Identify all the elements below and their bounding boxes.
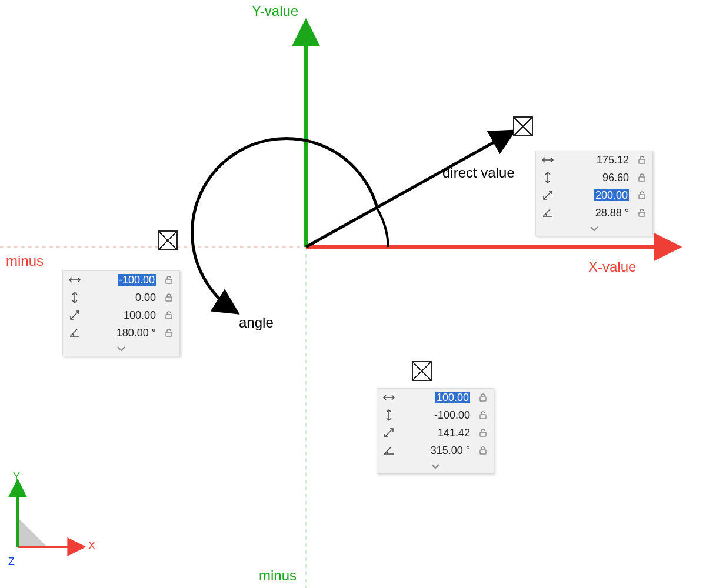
panel-row-angle[interactable]: 315.00 °: [377, 442, 494, 459]
svg-rect-13: [639, 159, 645, 163]
svg-rect-11: [166, 332, 172, 336]
panel-row-length[interactable]: 200.00: [536, 186, 652, 204]
chevron-down-icon: [116, 345, 126, 352]
panel-expand[interactable]: [377, 459, 494, 473]
svg-rect-17: [639, 195, 645, 199]
minus-x-label: minus: [6, 253, 44, 269]
lock-open-icon[interactable]: [476, 428, 490, 437]
lock-open-icon[interactable]: [162, 275, 176, 285]
panel-row-x[interactable]: 175.12: [536, 151, 652, 169]
svg-rect-4: [166, 279, 172, 283]
svg-rect-26: [480, 432, 486, 436]
panel-left-y[interactable]: 0.00: [83, 292, 162, 304]
panel-row-y[interactable]: 0.00: [63, 289, 179, 306]
diagonal-arrow-icon: [381, 427, 397, 439]
panel-row-length[interactable]: 100.00: [63, 306, 179, 324]
lock-open-icon[interactable]: [476, 410, 490, 420]
panel-right-angle[interactable]: 28.88 °: [556, 207, 635, 219]
panel-row-y[interactable]: -100.00: [377, 406, 494, 424]
svg-rect-24: [480, 415, 486, 419]
direct-value-label: direct value: [442, 165, 515, 181]
lock-open-icon[interactable]: [162, 293, 176, 302]
lock-open-icon[interactable]: [162, 328, 176, 338]
panel-row-angle[interactable]: 180.00 °: [63, 324, 179, 342]
svg-rect-8: [166, 315, 172, 319]
svg-line-16: [544, 191, 552, 199]
angle-label: angle: [239, 315, 274, 331]
svg-rect-29: [480, 450, 486, 454]
panel-expand[interactable]: [536, 222, 652, 236]
panel-bottom-angle[interactable]: 315.00 °: [397, 445, 476, 457]
point-marker-bottom: [412, 361, 432, 381]
horizontal-arrows-icon: [540, 156, 556, 164]
lock-open-icon[interactable]: [635, 155, 649, 165]
lock-open-icon[interactable]: [635, 208, 649, 218]
panel-row-x[interactable]: 100.00: [377, 389, 494, 406]
panel-bottom-y[interactable]: -100.00: [397, 409, 476, 422]
gizmo-x-label: X: [88, 540, 95, 552]
point-marker-right: [513, 116, 533, 136]
lock-open-icon[interactable]: [476, 393, 490, 402]
lock-open-icon[interactable]: [162, 310, 176, 320]
chevron-down-icon: [589, 225, 600, 232]
vertical-arrows-icon: [66, 291, 83, 304]
angle-arc-small: [377, 208, 388, 247]
point-marker-left: [158, 230, 178, 250]
angle-icon: [381, 445, 397, 456]
coord-panel-left[interactable]: -100.00 0.00 100.00 180.00 °: [62, 270, 180, 356]
panel-right-len[interactable]: 200.00: [556, 189, 635, 202]
svg-marker-0: [18, 517, 47, 547]
panel-right-y[interactable]: 96.60: [556, 172, 635, 184]
panel-row-x[interactable]: -100.00: [63, 271, 179, 289]
svg-line-25: [385, 429, 393, 437]
lock-open-icon[interactable]: [635, 173, 649, 182]
angle-icon: [66, 328, 83, 338]
diagonal-arrow-icon: [540, 189, 556, 201]
panel-left-len[interactable]: 100.00: [83, 309, 162, 322]
angle-icon: [540, 208, 556, 218]
axis-gizmo: [18, 482, 82, 547]
diagonal-arrow-icon: [66, 309, 83, 321]
panel-row-angle[interactable]: 28.88 °: [536, 204, 652, 222]
panel-row-length[interactable]: 141.42: [377, 424, 494, 442]
panel-left-x[interactable]: -100.00: [83, 274, 162, 286]
panel-bottom-len[interactable]: 141.42: [397, 427, 476, 439]
panel-expand[interactable]: [63, 342, 179, 356]
panel-row-y[interactable]: 96.60: [536, 169, 652, 186]
vertical-arrows-icon: [540, 171, 556, 184]
lock-open-icon[interactable]: [476, 446, 490, 455]
coord-panel-right[interactable]: 175.12 96.60 200.00 28.88 °: [535, 151, 653, 236]
panel-bottom-x[interactable]: 100.00: [397, 392, 476, 404]
lock-open-icon[interactable]: [635, 191, 649, 200]
y-axis-label: Y-value: [252, 3, 298, 19]
gizmo-y-label: Y: [13, 470, 20, 483]
svg-rect-15: [639, 177, 645, 181]
svg-rect-22: [480, 397, 486, 401]
angle-curve: [192, 138, 377, 312]
chevron-down-icon: [430, 463, 441, 470]
panel-left-angle[interactable]: 180.00 °: [83, 327, 162, 339]
vertical-arrows-icon: [381, 409, 397, 422]
x-axis-label: X-value: [588, 259, 636, 275]
horizontal-arrows-icon: [381, 393, 397, 402]
coord-panel-bottom[interactable]: 100.00 -100.00 141.42 315.00 °: [377, 388, 494, 474]
minus-y-label: minus: [259, 567, 297, 584]
diagram-stage: Y-value X-value minus minus direct value…: [0, 0, 706, 588]
svg-line-7: [71, 311, 79, 319]
gizmo-z-label: Z: [8, 556, 15, 568]
svg-rect-6: [166, 297, 172, 301]
panel-right-x[interactable]: 175.12: [556, 154, 635, 166]
svg-rect-20: [639, 212, 645, 216]
direct-arrow: [306, 132, 512, 247]
horizontal-arrows-icon: [66, 276, 83, 284]
